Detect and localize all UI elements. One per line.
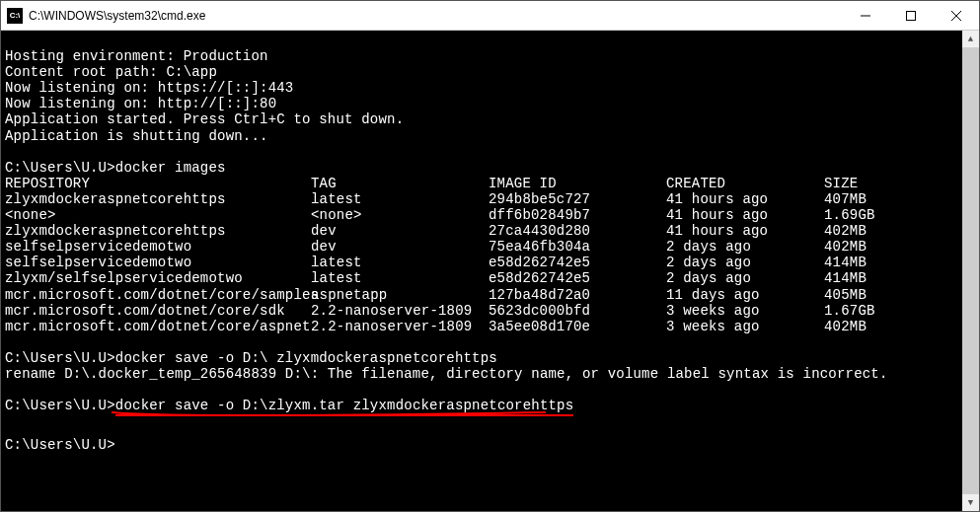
- maximize-button[interactable]: [888, 1, 934, 30]
- cmd-window: C:\ C:\WINDOWS\system32\cmd.exe Hosting …: [0, 0, 980, 512]
- output-line: Application started. Press Ctrl+C to shu…: [5, 111, 404, 127]
- scroll-up-icon[interactable]: ▲: [962, 31, 979, 47]
- table-row: zlyxm/selfselpservicedemotwolateste58d26…: [5, 270, 958, 286]
- terminal-area: Hosting environment: Production Content …: [1, 31, 979, 511]
- minimize-button[interactable]: [843, 1, 888, 30]
- table-row: selfselpservicedemotwolateste58d262742e5…: [5, 255, 958, 270]
- terminal-output[interactable]: Hosting environment: Production Content …: [1, 31, 962, 511]
- svg-rect-1: [907, 11, 916, 20]
- table-row: mcr.microsoft.com/dotnet/core/aspnet2.2-…: [5, 319, 958, 334]
- window-controls: [843, 1, 979, 30]
- output-line: Now listening on: https://[::]:443: [5, 80, 293, 96]
- col-repo: REPOSITORY: [5, 176, 311, 191]
- prompt: C:\Users\U.U>: [5, 398, 115, 413]
- scroll-track[interactable]: [962, 47, 979, 494]
- prompt: C:\Users\U.U>: [5, 437, 115, 453]
- scroll-thumb[interactable]: [962, 47, 979, 494]
- output-line: Now listening on: http://[::]:80: [5, 96, 276, 111]
- prompt: C:\Users\U.U>: [5, 160, 115, 176]
- cmd-icon: C:\: [7, 8, 23, 24]
- col-tag: TAG: [311, 176, 489, 191]
- table-row: zlyxmdockeraspnetcorehttpslatest294b8be5…: [5, 191, 958, 207]
- command: docker save -o D:\ zlyxmdockeraspnetcore…: [115, 350, 497, 366]
- scroll-down-icon[interactable]: ▼: [962, 494, 979, 511]
- prompt: C:\Users\U.U>: [5, 350, 115, 366]
- col-crt: CREATED: [666, 176, 824, 191]
- output-line: Application is shutting down...: [5, 128, 268, 144]
- command: docker images: [115, 160, 226, 176]
- annotation-underline-icon: [112, 413, 546, 421]
- output-line: Content root path: C:\app: [5, 64, 217, 80]
- table-row: zlyxmdockeraspnetcorehttpsdev27ca4430d28…: [5, 223, 958, 239]
- vertical-scrollbar[interactable]: ▲ ▼: [962, 31, 979, 511]
- output-line: Hosting environment: Production: [5, 48, 268, 64]
- table-row: mcr.microsoft.com/dotnet/core/samplesasp…: [5, 287, 958, 303]
- table-row: selfselpservicedemotwodev75ea46fb304a2 d…: [5, 239, 958, 255]
- table-row: <none><none>dff6b02849b741 hours ago1.69…: [5, 207, 958, 223]
- close-button[interactable]: [934, 1, 979, 30]
- table-row: mcr.microsoft.com/dotnet/core/sdk2.2-nan…: [5, 303, 958, 319]
- col-size: SIZE: [824, 176, 958, 191]
- table-header: REPOSITORYTAGIMAGE IDCREATEDSIZE: [5, 176, 958, 191]
- col-img: IMAGE ID: [489, 176, 666, 191]
- titlebar: C:\ C:\WINDOWS\system32\cmd.exe: [1, 1, 979, 31]
- error-line: rename D:\.docker_temp_265648839 D:\: Th…: [5, 366, 888, 382]
- window-title: C:\WINDOWS\system32\cmd.exe: [29, 9, 205, 23]
